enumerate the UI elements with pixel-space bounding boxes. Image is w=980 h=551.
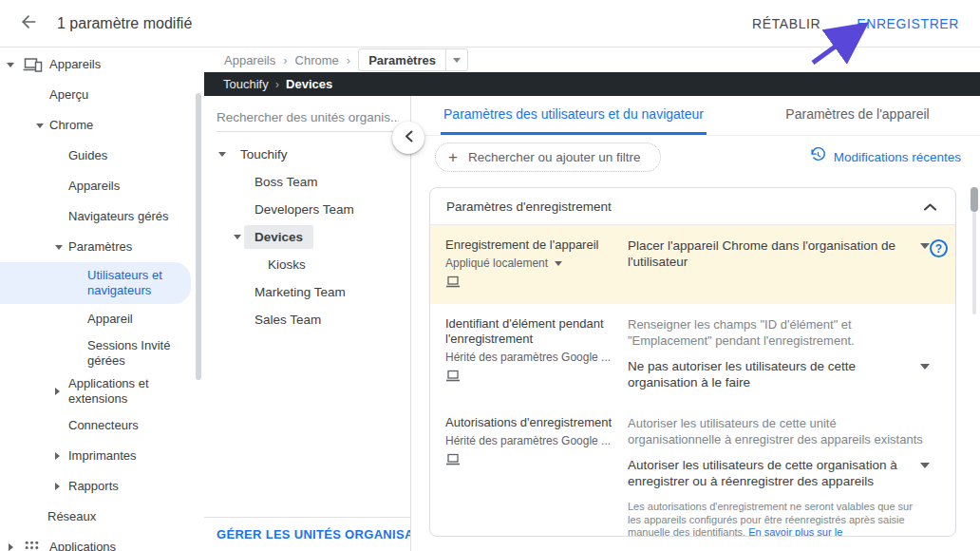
chevron-separator-icon: ›: [275, 77, 279, 91]
chevron-down-icon[interactable]: [446, 58, 467, 63]
expand-arrow-icon[interactable]: [55, 452, 60, 460]
setting-label: Autorisations d'enregistrement: [445, 415, 618, 430]
tree-item-developers-team[interactable]: Developers Team: [204, 196, 410, 223]
chevron-down-icon: [920, 463, 930, 468]
sidebar-item-apercu[interactable]: Aperçu: [0, 80, 204, 110]
sidebar-item-reseaux[interactable]: Réseaux: [0, 502, 204, 532]
expand-arrow-icon[interactable]: [55, 388, 60, 395]
collapse-arrow-icon[interactable]: [55, 245, 63, 250]
expand-arrow-icon[interactable]: [55, 483, 60, 490]
breadcrumb-appareils[interactable]: Appareils: [224, 53, 275, 67]
chevron-separator-icon: ›: [283, 53, 287, 67]
tab-user-browser-settings[interactable]: Paramètres des utilisateurs et du naviga…: [412, 96, 735, 135]
sidebar-item-parametres[interactable]: Paramètres: [0, 232, 204, 262]
sidebar-item-guides[interactable]: Guides: [0, 141, 204, 171]
history-icon: [810, 147, 826, 167]
apps-grid-icon: [25, 541, 39, 551]
sidebar-item-label: Appareils: [49, 57, 101, 72]
sidebar-item-navigateurs-geres[interactable]: Navigateurs gérés: [0, 201, 204, 232]
sidebar-item-appareils-chrome[interactable]: Appareils: [0, 171, 204, 201]
sidebar-item-applications-et-extensions[interactable]: Applications et extensions: [0, 372, 204, 410]
sidebar-item-imprimantes[interactable]: Imprimantes: [0, 441, 204, 471]
setting-description: Renseigner les champs "ID d'élément" et …: [628, 316, 930, 349]
setting-row-device-enrollment: Enregistrement de l'appareil Appliqué lo…: [430, 225, 955, 304]
chevron-up-icon[interactable]: [924, 198, 936, 215]
sidebar-item-label: Paramètres: [68, 239, 132, 255]
sidebar-item-label: Applications: [49, 540, 116, 551]
tree-item-boss-team[interactable]: Boss Team: [204, 168, 410, 196]
sidebar-item-label: Réseaux: [47, 509, 96, 524]
help-icon[interactable]: ?: [930, 239, 948, 257]
setting-value-dropdown[interactable]: Ne pas autoriser les utilisateurs de cet…: [628, 358, 930, 390]
sidebar-item-label: Navigateurs gérés: [68, 209, 169, 224]
chevron-down-icon: [555, 261, 562, 266]
sidebar-item-appareils[interactable]: Appareils: [0, 49, 204, 80]
sidebar-item-connecteurs[interactable]: Connecteurs: [0, 410, 204, 441]
sidebar-scrollbar[interactable]: [196, 93, 201, 380]
sidebar-item-label: Appareil: [87, 312, 133, 327]
sidebar-item-sessions-invite-gerees[interactable]: Sessions Invité gérées: [0, 334, 204, 372]
setting-scope: Hérité des paramètres Google ...: [445, 351, 618, 364]
devices-icon: [23, 57, 43, 77]
setting-scope: Hérité des paramètres Google ...: [445, 434, 618, 447]
org-search-input[interactable]: [217, 110, 399, 132]
setting-value-dropdown[interactable]: Placer l'appareil Chrome dans l'organisa…: [628, 238, 930, 270]
back-button[interactable]: [9, 5, 47, 43]
breadcrumb-current-dropdown[interactable]: Paramètres: [358, 48, 468, 71]
section-header[interactable]: Paramètres d'enregistrement: [430, 188, 955, 225]
collapse-arrow-icon[interactable]: [234, 235, 241, 239]
laptop-icon: [445, 369, 618, 386]
tree-item-sales-team[interactable]: Sales Team: [204, 306, 410, 333]
expand-arrow-icon[interactable]: [9, 543, 13, 551]
setting-value-dropdown[interactable]: Autoriser les utilisateurs de cette orga…: [628, 457, 930, 489]
laptop-icon: [445, 452, 618, 469]
sidebar-item-label: Aperçu: [49, 87, 88, 103]
save-button[interactable]: ENREGISTRER: [857, 16, 959, 31]
collapse-arrow-icon[interactable]: [218, 152, 226, 157]
tree-item-marketing-team[interactable]: Marketing Team: [204, 278, 410, 306]
tree-item-kiosks[interactable]: Kiosks: [204, 251, 410, 278]
sidebar-item-chrome[interactable]: Chrome: [0, 110, 204, 141]
sidebar-item-applications[interactable]: Applications: [0, 532, 204, 551]
vertical-scrollbar[interactable]: [971, 187, 978, 212]
back-arrow-icon: [19, 12, 38, 35]
section-title: Paramètres d'enregistrement: [446, 200, 924, 214]
tab-bar: Paramètres des utilisateurs et du naviga…: [412, 96, 980, 136]
recent-changes-button[interactable]: Modifications récentes: [810, 147, 961, 167]
setting-scope-dropdown[interactable]: Appliqué localement: [445, 256, 618, 270]
revert-button[interactable]: RÉTABLIR: [752, 16, 820, 31]
sidebar-item-label: Sessions Invité gérées: [87, 338, 204, 369]
setting-row-asset-identifier: Identifiant d'élément pendant l'enregist…: [430, 304, 955, 403]
org-path-parent[interactable]: Touchify: [223, 77, 269, 91]
sidebar-item-label: Rapports: [68, 479, 119, 494]
setting-label: Identifiant d'élément pendant l'enregist…: [445, 316, 618, 347]
manage-org-units-link[interactable]: GÉRER LES UNITÉS ORGANISATIONNELLES: [217, 527, 410, 542]
setting-label: Enregistrement de l'appareil: [445, 238, 618, 253]
sidebar-item-rapports[interactable]: Rapports: [0, 471, 204, 502]
org-path-current: Devices: [286, 77, 332, 91]
tree-item-touchify[interactable]: Touchify: [204, 141, 410, 168]
panel-collapse-button[interactable]: [392, 122, 424, 154]
sidebar-item-label: Appareils: [68, 179, 120, 194]
tree-item-devices[interactable]: Devices: [204, 223, 410, 251]
sidebar-item-label: Chrome: [49, 118, 93, 133]
setting-row-enrollment-permissions: Autorisations d'enregistrement Hérité de…: [430, 403, 955, 537]
sidebar-item-utilisateurs-et-navigateurs[interactable]: Utilisateurs et navigateurs: [0, 262, 191, 304]
main-content: Paramètres des utilisateurs et du naviga…: [412, 96, 980, 551]
breadcrumb-chrome[interactable]: Chrome: [295, 53, 339, 67]
sidebar-item-label: Connecteurs: [68, 418, 139, 433]
sidebar: Appareils Aperçu Chrome Guides Appareils…: [0, 48, 204, 551]
breadcrumb-current: Paramètres: [359, 53, 445, 67]
tab-device-settings[interactable]: Paramètres de l'appareil: [735, 96, 980, 135]
chevron-left-icon: [405, 130, 413, 145]
collapse-arrow-icon[interactable]: [36, 124, 44, 128]
breadcrumb: Appareils › Chrome › Paramètres: [204, 48, 980, 72]
collapse-arrow-icon[interactable]: [7, 63, 14, 67]
org-tree-panel: Touchify Boss Team Developers Team Devic…: [204, 96, 411, 551]
setting-footnote: Les autorisations d'enregistrement ne se…: [628, 501, 913, 537]
sidebar-item-appareil[interactable]: Appareil: [0, 304, 204, 334]
page-title: 1 paramètre modifié: [57, 15, 192, 32]
sidebar-item-label: Utilisateurs et navigateurs: [87, 268, 191, 298]
header: 1 paramètre modifié RÉTABLIR ENREGISTRER: [0, 0, 980, 48]
add-filter-button[interactable]: + Rechercher ou ajouter un filtre: [435, 142, 661, 172]
